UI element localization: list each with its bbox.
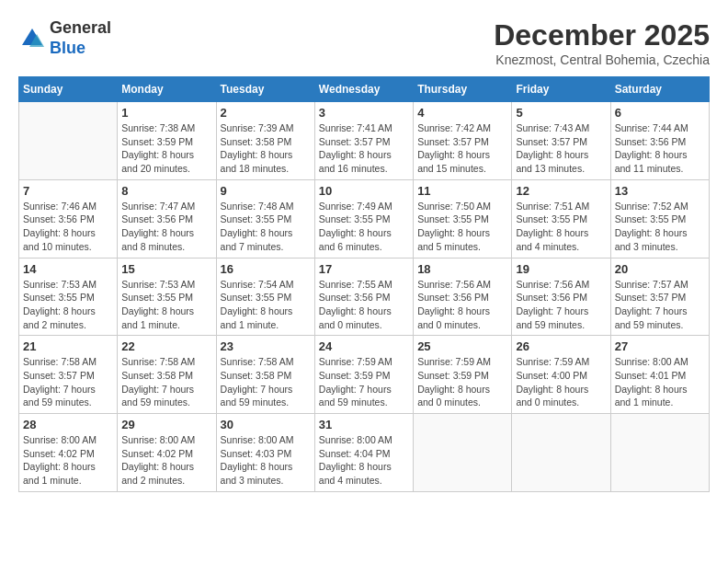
day-number: 22 — [121, 339, 211, 353]
weekday-header-friday: Friday — [512, 77, 610, 102]
day-number: 31 — [319, 418, 409, 431]
day-number: 7 — [23, 184, 113, 198]
calendar-cell: 25Sunrise: 7:59 AMSunset: 3:59 PMDayligh… — [414, 336, 512, 414]
day-info: Sunrise: 7:51 AMSunset: 3:55 PMDaylight:… — [516, 200, 606, 254]
day-number: 16 — [221, 262, 311, 276]
day-number: 25 — [417, 339, 507, 353]
calendar-cell: 18Sunrise: 7:56 AMSunset: 3:56 PMDayligh… — [414, 258, 512, 336]
calendar-cell: 5Sunrise: 7:43 AMSunset: 3:57 PMDaylight… — [512, 102, 610, 180]
calendar-cell: 31Sunrise: 8:00 AMSunset: 4:04 PMDayligh… — [314, 414, 413, 492]
day-info: Sunrise: 7:59 AMSunset: 3:59 PMDaylight:… — [417, 355, 507, 409]
day-info: Sunrise: 7:59 AMSunset: 4:00 PMDaylight:… — [516, 355, 606, 409]
day-info: Sunrise: 7:38 AMSunset: 3:59 PMDaylight:… — [121, 121, 211, 176]
day-number: 9 — [221, 184, 311, 198]
day-info: Sunrise: 7:54 AMSunset: 3:55 PMDaylight:… — [221, 278, 311, 332]
weekday-header-monday: Monday — [118, 77, 216, 102]
day-number: 24 — [319, 339, 409, 353]
day-number: 23 — [221, 339, 311, 353]
day-info: Sunrise: 7:56 AMSunset: 3:56 PMDaylight:… — [516, 278, 606, 332]
title-block: December 2025 Knezmost, Central Bohemia,… — [494, 18, 710, 67]
calendar-cell: 30Sunrise: 8:00 AMSunset: 4:03 PMDayligh… — [216, 414, 314, 492]
day-info: Sunrise: 7:58 AMSunset: 3:57 PMDaylight:… — [23, 355, 113, 409]
calendar-cell: 21Sunrise: 7:58 AMSunset: 3:57 PMDayligh… — [19, 336, 118, 414]
calendar-cell: 22Sunrise: 7:58 AMSunset: 3:58 PMDayligh… — [118, 336, 216, 414]
day-info: Sunrise: 7:41 AMSunset: 3:57 PMDaylight:… — [319, 121, 409, 176]
weekday-header-saturday: Saturday — [610, 77, 709, 102]
day-info: Sunrise: 7:55 AMSunset: 3:56 PMDaylight:… — [319, 278, 409, 332]
day-info: Sunrise: 8:00 AMSunset: 4:02 PMDaylight:… — [121, 433, 211, 488]
day-number: 11 — [417, 184, 507, 198]
day-number: 5 — [516, 106, 606, 120]
calendar-cell: 15Sunrise: 7:53 AMSunset: 3:55 PMDayligh… — [118, 258, 216, 336]
day-number: 6 — [615, 106, 705, 120]
day-info: Sunrise: 7:47 AMSunset: 3:56 PMDaylight:… — [121, 200, 211, 254]
day-number: 3 — [319, 106, 409, 120]
logo-icon — [18, 25, 46, 52]
location: Knezmost, Central Bohemia, Czechia — [494, 52, 710, 67]
week-row-1: 1Sunrise: 7:38 AMSunset: 3:59 PMDaylight… — [19, 102, 710, 180]
calendar-cell: 13Sunrise: 7:52 AMSunset: 3:55 PMDayligh… — [610, 179, 709, 258]
weekday-header-thursday: Thursday — [414, 77, 512, 102]
calendar-cell: 1Sunrise: 7:38 AMSunset: 3:59 PMDaylight… — [118, 102, 216, 180]
day-info: Sunrise: 7:57 AMSunset: 3:57 PMDaylight:… — [615, 278, 705, 332]
day-info: Sunrise: 8:00 AMSunset: 4:01 PMDaylight:… — [615, 355, 705, 409]
day-number: 8 — [121, 184, 211, 198]
logo-general: General — [50, 18, 111, 39]
calendar-cell: 26Sunrise: 7:59 AMSunset: 4:00 PMDayligh… — [512, 336, 610, 414]
day-info: Sunrise: 7:43 AMSunset: 3:57 PMDaylight:… — [516, 121, 606, 176]
day-number: 2 — [221, 106, 311, 120]
calendar-cell — [19, 102, 118, 180]
day-number: 21 — [23, 339, 113, 353]
day-info: Sunrise: 7:56 AMSunset: 3:56 PMDaylight:… — [417, 278, 507, 332]
day-number: 15 — [121, 262, 211, 276]
day-info: Sunrise: 7:46 AMSunset: 3:56 PMDaylight:… — [23, 200, 113, 254]
day-info: Sunrise: 8:00 AMSunset: 4:04 PMDaylight:… — [319, 433, 409, 488]
day-info: Sunrise: 7:58 AMSunset: 3:58 PMDaylight:… — [121, 355, 211, 409]
week-row-2: 7Sunrise: 7:46 AMSunset: 3:56 PMDaylight… — [19, 179, 710, 258]
calendar-cell: 14Sunrise: 7:53 AMSunset: 3:55 PMDayligh… — [19, 258, 118, 336]
day-number: 20 — [615, 262, 705, 276]
logo-blue: Blue — [50, 39, 111, 59]
weekday-header-tuesday: Tuesday — [216, 77, 314, 102]
day-number: 12 — [516, 184, 606, 198]
calendar-cell: 27Sunrise: 8:00 AMSunset: 4:01 PMDayligh… — [610, 336, 709, 414]
calendar-cell: 28Sunrise: 8:00 AMSunset: 4:02 PMDayligh… — [19, 414, 118, 492]
calendar-cell: 17Sunrise: 7:55 AMSunset: 3:56 PMDayligh… — [314, 258, 413, 336]
calendar-cell: 7Sunrise: 7:46 AMSunset: 3:56 PMDaylight… — [19, 179, 118, 258]
day-number: 4 — [417, 106, 507, 120]
day-info: Sunrise: 7:48 AMSunset: 3:55 PMDaylight:… — [221, 200, 311, 254]
weekday-header-row: SundayMondayTuesdayWednesdayThursdayFrid… — [19, 77, 710, 102]
day-number: 17 — [319, 262, 409, 276]
day-info: Sunrise: 7:39 AMSunset: 3:58 PMDaylight:… — [221, 121, 311, 176]
page-header: General Blue December 2025 Knezmost, Cen… — [18, 18, 710, 67]
calendar-cell — [512, 414, 610, 492]
day-info: Sunrise: 7:42 AMSunset: 3:57 PMDaylight:… — [417, 121, 507, 176]
calendar-cell: 3Sunrise: 7:41 AMSunset: 3:57 PMDaylight… — [314, 102, 413, 180]
calendar-cell: 11Sunrise: 7:50 AMSunset: 3:55 PMDayligh… — [414, 179, 512, 258]
day-number: 1 — [121, 106, 211, 120]
day-number: 26 — [516, 339, 606, 353]
day-number: 10 — [319, 184, 409, 198]
day-info: Sunrise: 7:44 AMSunset: 3:56 PMDaylight:… — [615, 121, 705, 176]
day-info: Sunrise: 7:53 AMSunset: 3:55 PMDaylight:… — [23, 278, 113, 332]
calendar-cell: 29Sunrise: 8:00 AMSunset: 4:02 PMDayligh… — [118, 414, 216, 492]
calendar-cell: 8Sunrise: 7:47 AMSunset: 3:56 PMDaylight… — [118, 179, 216, 258]
calendar-cell: 23Sunrise: 7:58 AMSunset: 3:58 PMDayligh… — [216, 336, 314, 414]
day-number: 13 — [615, 184, 705, 198]
day-number: 18 — [417, 262, 507, 276]
calendar-cell — [414, 414, 512, 492]
calendar-cell: 9Sunrise: 7:48 AMSunset: 3:55 PMDaylight… — [216, 179, 314, 258]
day-info: Sunrise: 8:00 AMSunset: 4:03 PMDaylight:… — [221, 433, 311, 488]
day-number: 28 — [23, 418, 113, 431]
day-info: Sunrise: 7:58 AMSunset: 3:58 PMDaylight:… — [221, 355, 311, 409]
calendar-cell: 6Sunrise: 7:44 AMSunset: 3:56 PMDaylight… — [610, 102, 709, 180]
calendar-cell: 16Sunrise: 7:54 AMSunset: 3:55 PMDayligh… — [216, 258, 314, 336]
day-number: 27 — [615, 339, 705, 353]
week-row-4: 21Sunrise: 7:58 AMSunset: 3:57 PMDayligh… — [19, 336, 710, 414]
week-row-3: 14Sunrise: 7:53 AMSunset: 3:55 PMDayligh… — [19, 258, 710, 336]
day-info: Sunrise: 7:50 AMSunset: 3:55 PMDaylight:… — [417, 200, 507, 254]
calendar-cell: 12Sunrise: 7:51 AMSunset: 3:55 PMDayligh… — [512, 179, 610, 258]
day-number: 29 — [121, 418, 211, 431]
calendar-cell: 4Sunrise: 7:42 AMSunset: 3:57 PMDaylight… — [414, 102, 512, 180]
month-title: December 2025 — [494, 18, 710, 52]
